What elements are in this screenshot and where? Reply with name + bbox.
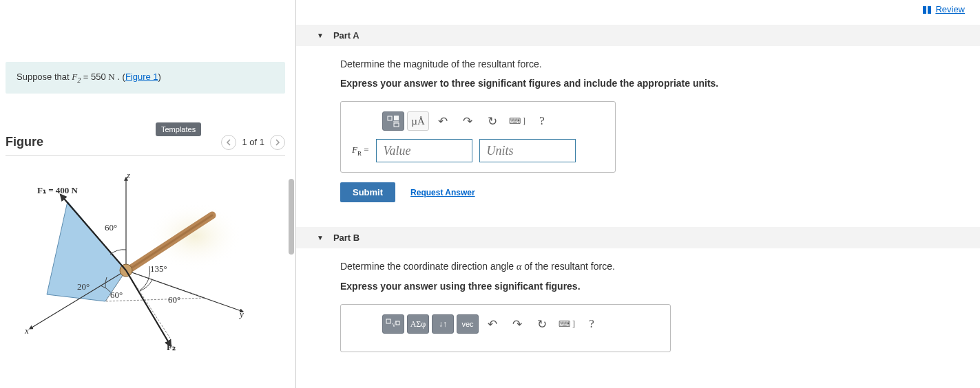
greek-button[interactable]: ΑΣφ: [407, 314, 429, 334]
figure-link[interactable]: Figure 1: [125, 72, 158, 82]
help-button[interactable]: ?: [531, 111, 553, 131]
figure-page-count: 1 of 1: [242, 137, 264, 147]
force-f1-label: F₁ = 400 N: [37, 185, 78, 196]
fraction-icon: [386, 114, 400, 128]
part-b-answer-box: √ ΑΣφ ↓↑ vec ↶ ↷ ↻ ⌨ ] ?: [340, 304, 671, 352]
part-a-instruction: Express your answer to three significant…: [340, 78, 959, 89]
prompt-unit: N: [108, 72, 114, 82]
templates-button[interactable]: Templates: [156, 122, 201, 136]
problem-statement: Suppose that F2 = 550 N . (Figure 1): [6, 62, 285, 94]
submit-button[interactable]: Submit: [340, 182, 395, 202]
scrollbar-handle[interactable]: [289, 179, 294, 255]
keyboard-button[interactable]: ⌨ ]: [506, 111, 528, 131]
vector-button[interactable]: vec: [457, 314, 479, 334]
figure-divider: [6, 155, 285, 156]
chevron-right-icon: [275, 139, 280, 146]
svg-rect-9: [394, 116, 399, 120]
units-button[interactable]: µÅ: [407, 111, 429, 131]
part-b-body: Determine the coordinate direction angle…: [296, 248, 980, 366]
part-a-input-row: FR =: [352, 139, 604, 162]
prompt-prefix: Suppose that: [17, 72, 72, 82]
redo-button[interactable]: ↷: [457, 111, 479, 131]
angle-60-a: 60°: [105, 222, 117, 233]
force-f2-label: F₂: [167, 342, 176, 353]
question-panel: Suppose that F2 = 550 N . (Figure 1) Tem…: [0, 0, 296, 388]
svg-point-0: [147, 202, 243, 270]
answer-panel: Review ▼ Part A Determine the magnitude …: [296, 0, 980, 388]
reset-button-b[interactable]: ↻: [531, 314, 553, 334]
figure-pager: 1 of 1: [221, 135, 285, 150]
part-a-question: Determine the magnitude of the resultant…: [340, 58, 959, 69]
part-b-question: Determine the coordinate direction angle…: [340, 261, 959, 272]
value-input[interactable]: [376, 139, 472, 162]
figure-image: z y x F₁ = 400 N F₂ 60° 135° 60° 60° 20°: [6, 160, 267, 367]
part-b-q-pre: Determine the coordinate direction angle: [340, 261, 517, 272]
figure-prev-button[interactable]: [221, 135, 236, 150]
angle-60-c: 60°: [110, 290, 123, 301]
part-b-instruction: Express your answer using three signific…: [340, 281, 959, 292]
figure-next-button[interactable]: [270, 135, 285, 150]
review-link[interactable]: Review: [923, 4, 965, 14]
undo-button[interactable]: ↶: [432, 111, 454, 131]
undo-button-b[interactable]: ↶: [481, 314, 503, 334]
svg-rect-12: [386, 319, 390, 323]
prompt-suffix: . (: [115, 72, 125, 82]
part-b-title: Part B: [333, 233, 359, 243]
part-a-header: ▼ Part A: [296, 25, 980, 46]
part-b-header: ▼ Part B: [296, 227, 980, 248]
subscript-button[interactable]: ↓↑: [432, 314, 454, 334]
prompt-eq: = 550: [81, 72, 108, 82]
part-a-body: Determine the magnitude of the resultant…: [296, 46, 980, 216]
angle-60-b: 60°: [168, 294, 180, 305]
result-label: FR =: [352, 144, 369, 157]
axis-x-label: x: [25, 325, 29, 336]
review-icon: [923, 6, 932, 13]
part-a-actions: Submit Request Answer: [340, 182, 959, 202]
svg-line-3: [126, 270, 243, 312]
prompt-force-symbol: F: [72, 72, 77, 82]
help-button-b[interactable]: ?: [581, 314, 603, 334]
fr-eq: =: [362, 144, 369, 155]
template-icon: √: [386, 318, 401, 330]
prompt-close: ): [158, 72, 161, 82]
review-label: Review: [935, 4, 965, 14]
request-answer-link[interactable]: Request Answer: [410, 188, 475, 197]
angle-135: 135°: [150, 263, 167, 274]
part-a-title: Part A: [333, 30, 359, 41]
axis-z-label: z: [127, 170, 130, 181]
fr-symbol: F: [352, 144, 357, 155]
part-a-toolbar: µÅ ↶ ↷ ↻ ⌨ ] ?: [352, 111, 604, 131]
reset-button[interactable]: ↻: [481, 111, 503, 131]
collapse-toggle-b[interactable]: ▼: [317, 234, 324, 241]
fraction-button[interactable]: [382, 111, 404, 131]
part-b-toolbar: √ ΑΣφ ↓↑ vec ↶ ↷ ↻ ⌨ ] ?: [352, 314, 659, 334]
figure-header: Templates Figure 1 of 1: [6, 135, 285, 150]
chevron-left-icon: [226, 139, 231, 146]
svg-rect-8: [388, 116, 392, 120]
angle-20: 20°: [77, 281, 90, 292]
part-a-answer-box: µÅ ↶ ↷ ↻ ⌨ ] ? FR =: [340, 101, 616, 173]
templates-toolbar-button[interactable]: √: [382, 314, 404, 334]
svg-rect-14: [396, 321, 399, 325]
keyboard-button-b[interactable]: ⌨ ]: [556, 314, 578, 334]
axis-y-label: y: [240, 309, 244, 320]
svg-rect-11: [394, 123, 399, 127]
redo-button-b[interactable]: ↷: [506, 314, 528, 334]
part-b-q-post: of the resultant force.: [521, 261, 614, 272]
svg-line-7: [126, 270, 171, 346]
figure-title: Figure: [6, 135, 43, 149]
units-input[interactable]: [479, 139, 576, 162]
collapse-toggle-a[interactable]: ▼: [317, 32, 324, 39]
